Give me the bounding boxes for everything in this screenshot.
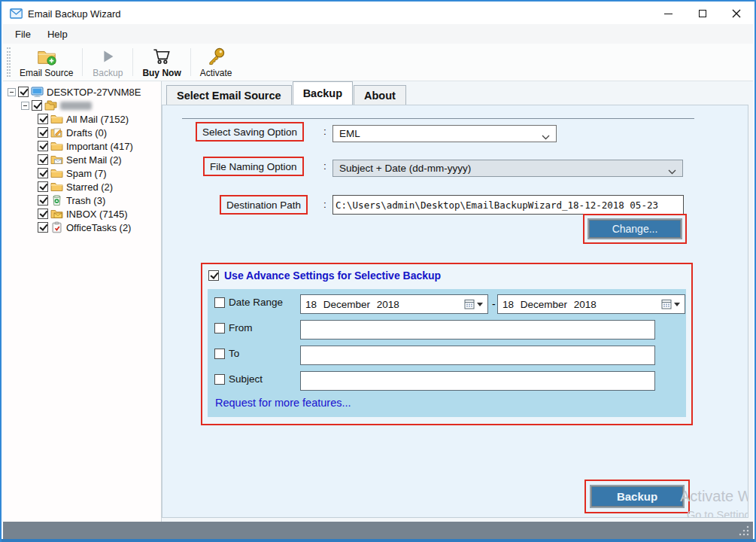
saving-option-select[interactable]: EML <box>332 125 557 142</box>
tree-item-sent-mail[interactable]: Sent Mail (2) <box>3 153 161 166</box>
titlebar: Email Backup Wizard <box>3 3 753 24</box>
tab-label: About <box>364 90 396 102</box>
tree-checkbox[interactable] <box>38 127 48 138</box>
advanced-settings-panel: Date Range 18 December 2018 - 18 Decembe… <box>208 289 686 417</box>
tab-about[interactable]: About <box>354 85 406 105</box>
tree-item-drafts[interactable]: Drafts (0) <box>3 126 161 139</box>
tree-label[interactable]: Drafts (0) <box>66 127 107 139</box>
tree-item-all-mail[interactable]: All Mail (7152) <box>3 112 161 126</box>
tree-checkbox[interactable] <box>38 195 48 206</box>
folders-icon <box>44 99 57 111</box>
tree-label[interactable]: Important (417) <box>66 141 133 152</box>
minimize-icon <box>664 14 673 14</box>
advanced-settings-checkbox[interactable] <box>208 270 219 281</box>
destination-path-input[interactable] <box>332 195 684 215</box>
tab-backup[interactable]: Backup <box>293 81 353 105</box>
resize-grip[interactable] <box>739 525 749 536</box>
change-button[interactable]: Change... <box>587 218 682 239</box>
date-range-checkbox[interactable] <box>214 297 225 308</box>
file-naming-option-label: File Naming Option <box>203 157 304 176</box>
redacted-account-name <box>60 102 92 110</box>
toolbar-separator <box>190 48 191 76</box>
collapse-icon[interactable] <box>8 88 16 96</box>
watermark-line2: Go to Settings t <box>687 509 748 518</box>
folder-add-icon <box>36 46 57 67</box>
toolbar-activate-button[interactable]: Activate <box>193 44 240 81</box>
tree-checkbox[interactable] <box>38 141 48 151</box>
tree-checkbox[interactable] <box>38 168 48 178</box>
tree-label[interactable]: Trash (3) <box>66 195 105 206</box>
toolbar-email-source-label: Email Source <box>20 68 73 78</box>
tree-item-starred[interactable]: Starred (2) <box>3 180 161 193</box>
content-area: Select Email Source Backup About Select … <box>162 81 753 522</box>
request-features-link[interactable]: Request for more features... <box>215 397 351 409</box>
backup-button-annotation: Backup <box>584 480 690 513</box>
tree-item-trash[interactable]: Trash (3) <box>3 193 161 207</box>
toolbar-gripper[interactable] <box>7 47 11 77</box>
maximize-button[interactable] <box>685 3 719 24</box>
toolbar-email-source-button[interactable]: Email Source <box>12 44 80 81</box>
tree-item-spam[interactable]: Spam (7) <box>3 166 161 180</box>
tree-label[interactable]: Starred (2) <box>66 181 113 193</box>
sent-mail-icon <box>50 154 63 166</box>
subject-checkbox[interactable] <box>214 374 225 385</box>
tree-item-inbox[interactable]: INBOX (7145) <box>3 207 161 221</box>
tree-label[interactable]: Sent Mail (2) <box>66 154 122 166</box>
window-title: Email Backup Wizard <box>28 8 121 20</box>
tree-checkbox[interactable] <box>38 222 48 233</box>
date-range-separator: - <box>492 298 496 310</box>
tree-item-officetasks[interactable]: OfficeTasks (2) <box>3 221 161 234</box>
menu-file[interactable]: File <box>7 26 39 43</box>
tree-label[interactable]: OfficeTasks (2) <box>66 222 131 233</box>
folder-icon <box>50 113 63 125</box>
window-bottom-border <box>2 539 754 542</box>
advanced-settings-title: Use Advance Settings for Selective Backu… <box>224 269 441 282</box>
toolbar-buy-now-button[interactable]: Buy Now <box>135 44 188 81</box>
select-saving-option-label: Select Saving Option <box>196 122 304 142</box>
tree-label[interactable]: All Mail (7152) <box>66 114 129 125</box>
tree-checkbox[interactable] <box>38 154 48 165</box>
window-controls <box>651 3 753 24</box>
arrow-down-icon <box>674 303 680 306</box>
separator-line <box>182 118 694 119</box>
chevron-down-icon <box>668 166 676 171</box>
menubar: File Help <box>3 24 753 44</box>
subject-input[interactable] <box>300 371 655 391</box>
close-button[interactable] <box>719 3 753 24</box>
from-input[interactable] <box>300 320 655 340</box>
activation-watermark: Activate Win Go to Settings t <box>680 488 748 518</box>
toolbar-backup-button[interactable]: Backup <box>84 44 131 81</box>
tree-checkbox[interactable] <box>38 209 48 219</box>
change-button-annotation: Change... <box>583 214 687 244</box>
minimize-button[interactable] <box>651 3 685 24</box>
to-checkbox[interactable] <box>214 349 225 359</box>
backup-button[interactable]: Backup <box>590 485 685 508</box>
tab-select-email-source[interactable]: Select Email Source <box>166 85 292 105</box>
tree-checkbox[interactable] <box>38 181 48 192</box>
tree-checkbox-account[interactable] <box>32 100 42 111</box>
trash-icon <box>50 194 63 206</box>
tree-item-computer[interactable]: DESKTOP-27VNM8E <box>3 85 161 99</box>
collapse-icon[interactable] <box>21 102 29 110</box>
date-to-value: 18 December 2018 <box>502 299 597 310</box>
backup-tab-page: Select Saving Option : EML File Naming O… <box>162 105 748 518</box>
subject-row: Subject <box>214 373 263 385</box>
date-to-picker[interactable]: 18 December 2018 <box>497 294 685 314</box>
to-input[interactable] <box>300 346 655 365</box>
tree-item-account[interactable] <box>3 99 161 112</box>
drafts-icon <box>50 126 63 139</box>
inbox-icon <box>50 208 63 220</box>
date-from-picker[interactable]: 18 December 2018 <box>300 294 488 314</box>
file-naming-option-select[interactable]: Subject + Date (dd-mm-yyyy) <box>332 160 683 177</box>
tree-label[interactable]: INBOX (7145) <box>66 209 128 220</box>
menu-help[interactable]: Help <box>39 26 76 43</box>
tree-item-important[interactable]: Important (417) <box>3 139 161 153</box>
from-checkbox[interactable] <box>214 323 225 333</box>
toolbar-buy-now-label: Buy Now <box>142 68 181 78</box>
tree-checkbox-computer[interactable] <box>18 87 29 97</box>
tree-label-computer[interactable]: DESKTOP-27VNM8E <box>47 87 141 98</box>
tree-checkbox[interactable] <box>38 114 48 124</box>
tree-label[interactable]: Spam (7) <box>66 168 106 179</box>
watermark-line1: Activate Win <box>680 488 748 505</box>
date-from-value: 18 December 2018 <box>305 299 399 310</box>
